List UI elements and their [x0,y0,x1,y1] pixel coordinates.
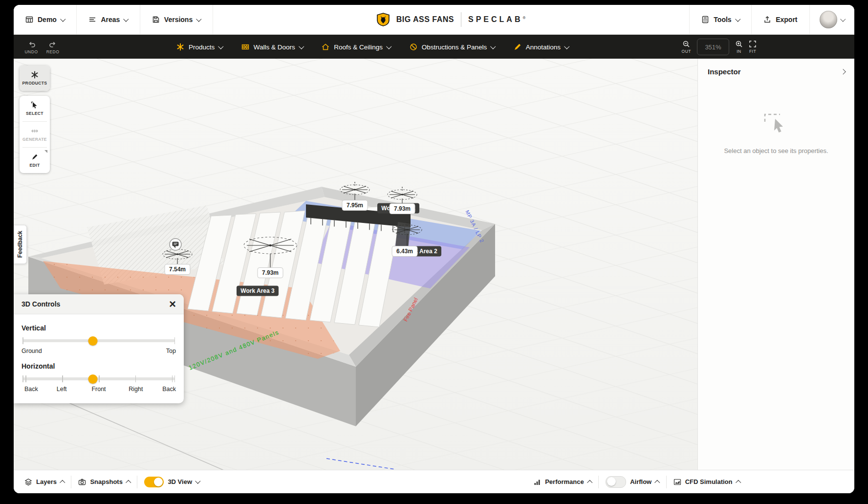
obstructions-panels-menu[interactable]: Obstructions & Panels [410,43,495,51]
export-button-label: Export [776,16,797,23]
feedback-tab[interactable]: Feedback [14,225,27,264]
undo-label: UNDO [24,49,38,54]
zoom-in-icon [735,40,743,48]
cfd-simulation-button[interactable]: CFD Simulation [669,478,745,486]
layers-button[interactable]: Layers [20,478,69,486]
tick-label-right: Right [129,386,143,393]
undo-icon [27,40,36,48]
chevron-down-icon[interactable] [195,479,200,484]
cfd-simulation-label: CFD Simulation [685,478,733,485]
zoom-level[interactable]: 351% [697,39,729,55]
avatar[interactable] [820,11,837,28]
select-tool[interactable]: SELECT [20,96,50,121]
walls-doors-menu[interactable]: Walls & Doors [241,43,304,51]
svg-text:7.93m: 7.93m [394,205,411,212]
slider-knob[interactable] [88,336,97,346]
top-label: Top [166,348,176,354]
area-chart-icon [673,478,681,486]
zoom-out-icon [682,40,690,48]
undo-button[interactable]: UNDO [21,40,42,54]
edit-tool-label: EDIT [30,163,40,168]
ribbon-menus: Products Walls & Doors Roofs & Ceilings … [64,43,682,51]
zoom-out-label: OUT [682,49,691,54]
fan-2[interactable] [388,187,417,199]
fan-1[interactable] [340,182,369,195]
zoom-out-button[interactable]: OUT [682,40,691,54]
pencil-icon [31,153,39,161]
snapshots-button[interactable]: Snapshots [73,478,135,486]
bigassfans-logo [377,13,390,26]
vertical-slider[interactable] [22,336,175,346]
brand-divider [461,12,461,27]
app-window: Demo Areas Versions BIG ASS FANS SPECLAB… [14,5,854,493]
brand-name: BIG ASS FANS [396,15,454,24]
project-menu[interactable]: Demo [14,5,77,34]
inspector-header: Inspector [698,59,854,81]
cursor-icon [31,101,39,109]
3d-view-label: 3D View [168,478,192,485]
layers-label: Layers [36,478,57,485]
chevron-up-icon [736,480,741,485]
top-bar-right: Tools Export [689,5,854,34]
grid-table-icon [25,16,33,23]
fan-2-height-label[interactable]: 7.93m [390,204,415,214]
3d-controls-title: 3D Controls [22,300,60,308]
3d-controls-header: 3D Controls × [14,294,184,314]
edit-tool[interactable]: EDIT [20,148,50,173]
chevron-up-icon[interactable] [655,480,660,485]
horizontal-slider[interactable] [22,374,175,384]
viewport-3d[interactable]: Work Area 1 Work Area 2 Work Area 3 [14,59,697,470]
inspector-title: Inspector [708,67,741,76]
3d-view-toggle[interactable] [144,477,164,487]
chevron-down-icon [124,16,129,22]
redo-button[interactable]: REDO [42,40,64,54]
performance-button[interactable]: Performance [528,478,596,486]
tick-label-front: Front [91,386,106,393]
zoom-fit-button[interactable]: FIT [749,40,757,54]
zoom-controls: OUT 351% IN FIT [682,39,847,55]
slider-track[interactable] [22,339,175,342]
snapshots-label: Snapshots [90,478,122,485]
work-area-3-label[interactable]: Work Area 3 [237,286,279,296]
view-mode-control: 3D View [139,477,204,487]
export-button[interactable]: Export [751,5,809,34]
chevron-down-icon [299,44,304,49]
versions-menu[interactable]: Versions [140,5,213,34]
fan-1-height-label[interactable]: 7.95m [342,200,368,211]
fan-5-height-label[interactable]: 7.93m [258,268,283,278]
horizontal-slider-label: Horizontal [22,362,176,370]
scene-3d[interactable]: Work Area 1 Work Area 2 Work Area 3 [14,59,697,470]
divider [137,476,137,488]
areas-menu[interactable]: Areas [77,5,140,34]
annotations-menu-label: Annotations [526,44,561,51]
products-tool[interactable]: PRODUCTS [20,66,50,91]
areas-menu-label: Areas [101,16,120,23]
chevron-up-icon [126,480,131,485]
airflow-label: Airflow [630,478,651,485]
obstructions-panels-menu-label: Obstructions & Panels [422,44,487,51]
airflow-toggle[interactable] [606,476,626,488]
slider-knob[interactable] [88,374,97,384]
list-icon [88,16,96,23]
3d-controls-panel: 3D Controls × Vertical Ground Top Horizo… [14,294,184,403]
roofs-ceilings-menu-label: Roofs & Ceilings [334,44,383,51]
annotations-menu[interactable]: Annotations [514,43,569,51]
chevron-down-icon [218,44,224,49]
fan-3-height-label[interactable]: 6.43m [392,246,417,257]
products-menu[interactable]: Products [176,43,223,51]
horizontal-slider-ticks-labels: Back Left Front Right Back [22,386,176,394]
zoom-in-button[interactable]: IN [735,40,743,54]
collapse-panel-icon[interactable] [840,69,846,74]
close-icon[interactable]: × [169,298,176,310]
airflow-control: Airflow [601,476,664,488]
bottom-bar-right: Performance Airflow CFD Simulation [528,476,745,488]
tick-label-back: Back [24,386,38,393]
fan-4-height-label[interactable]: 7.54m [165,264,190,275]
roofs-ceilings-menu[interactable]: Roofs & Ceilings [322,43,391,51]
tools-menu[interactable]: Tools [689,5,751,34]
slider-tick [62,375,63,382]
divider [666,476,667,488]
account-menu[interactable] [809,5,855,34]
tick-label-back: Back [162,386,176,393]
comment-pin[interactable] [170,239,181,250]
